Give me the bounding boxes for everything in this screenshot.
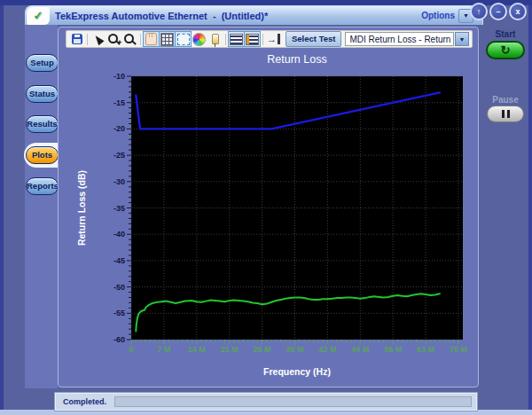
zoom-out-icon: - (124, 34, 134, 43)
svg-text:-25: -25 (113, 151, 125, 160)
grid-icon (160, 33, 174, 46)
minimize-icon: – (496, 8, 500, 16)
svg-text:-10: -10 (113, 72, 125, 81)
window-controls: ↑ – x (470, 3, 527, 20)
list-view-button[interactable] (229, 32, 244, 46)
sidebar-item-status[interactable]: Status (26, 85, 59, 103)
svg-text:7 M: 7 M (157, 345, 170, 354)
svg-text:Return Loss: Return Loss (267, 53, 326, 66)
status-bar: Completed. (55, 393, 477, 411)
pin-button[interactable] (207, 32, 223, 46)
svg-text:Frequency (Hz): Frequency (Hz) (263, 366, 331, 377)
pause-icon (502, 110, 505, 118)
svg-text:14 M: 14 M (188, 345, 206, 354)
run-loop-icon: ↻ (501, 44, 511, 56)
plot-toolbar: + - → Select Test MDI Return Loss - Retu… (66, 30, 473, 48)
progress-bar (114, 396, 472, 407)
svg-text:-40: -40 (113, 230, 125, 239)
detail-view-icon (246, 34, 259, 45)
select-test-button[interactable]: Select Test (286, 31, 341, 47)
options-menu-label[interactable]: Options (421, 11, 455, 20)
window-title: TekExpress Automotive Ethernet - (Untitl… (55, 11, 268, 21)
svg-text:Return Loss (dB): Return Loss (dB) (76, 170, 87, 246)
pointer-tool-button[interactable] (90, 32, 106, 46)
svg-text:42 M: 42 M (318, 345, 336, 354)
svg-text:0: 0 (129, 345, 133, 354)
pause-button[interactable] (487, 106, 524, 122)
title-bar: ✓ TekExpress Automotive Ethernet - (Unti… (25, 5, 483, 25)
sidebar (25, 25, 58, 388)
svg-text:56 M: 56 M (384, 345, 402, 354)
restore-icon: ↑ (477, 8, 481, 16)
list-view-icon (230, 34, 243, 45)
close-icon: x (515, 8, 520, 16)
svg-text:-30: -30 (113, 177, 125, 186)
svg-text:35 M: 35 M (286, 345, 303, 354)
start-label: Start (482, 29, 528, 39)
restore-button[interactable]: ↑ (470, 3, 488, 20)
svg-text:-45: -45 (113, 256, 125, 265)
checkmark-icon: ✓ (34, 10, 43, 21)
plots-panel: 07 M14 M21 M28 M35 M42 M49 M56 M63 M70 M… (58, 27, 479, 388)
pan-hand-icon (145, 33, 157, 45)
toolbar-separator (87, 34, 88, 45)
sidebar-item-reports[interactable]: Reports (26, 177, 59, 195)
color-wheel-icon (192, 33, 206, 46)
detail-view-button[interactable] (245, 32, 260, 46)
sidebar-item-results[interactable]: Results (26, 115, 59, 133)
pause-label: Pause (482, 95, 528, 105)
pan-tool-button[interactable] (144, 32, 159, 46)
minimize-button[interactable]: – (489, 3, 507, 20)
sidebar-item-setup[interactable]: Setup (26, 54, 59, 72)
pointer-icon (92, 33, 104, 45)
start-button[interactable]: ↻ (486, 41, 525, 59)
return-loss-chart[interactable]: 07 M14 M21 M28 M35 M42 M49 M56 M63 M70 M… (59, 27, 478, 387)
save-icon (72, 34, 82, 44)
svg-text:-50: -50 (113, 283, 125, 292)
zoom-in-button[interactable]: + (106, 32, 121, 46)
color-settings-button[interactable] (192, 32, 207, 46)
save-button[interactable] (69, 32, 84, 46)
window-left-border (0, 0, 4, 415)
svg-text:49 M: 49 M (351, 345, 369, 354)
svg-text:63 M: 63 M (417, 345, 434, 354)
select-region-button[interactable] (176, 32, 191, 46)
svg-text:-15: -15 (113, 98, 125, 107)
toolbar-separator (140, 34, 141, 45)
test-select-dropdown[interactable]: MDI Return Loss - Return Loss Vs... (345, 32, 454, 46)
grid-toggle-button[interactable] (160, 32, 175, 46)
pause-icon (507, 110, 510, 118)
toolbar-separator (225, 34, 226, 45)
svg-text:-60: -60 (113, 335, 125, 344)
pin-icon (212, 34, 219, 44)
app-logo: ✓ (27, 7, 50, 25)
zoom-in-icon: + (108, 34, 118, 43)
svg-text:70 M: 70 M (450, 345, 467, 354)
status-text: Completed. (56, 397, 112, 406)
svg-text:28 M: 28 M (254, 345, 271, 354)
test-dropdown-arrow-button[interactable]: ▼ (455, 32, 469, 46)
sidebar-item-plots[interactable]: Plots (26, 146, 59, 164)
svg-text:-55: -55 (113, 309, 125, 317)
chevron-down-icon: ▼ (463, 12, 469, 19)
window-right-border (528, 0, 532, 415)
toolbar-separator (262, 34, 263, 45)
chevron-down-icon: ▼ (459, 36, 466, 43)
svg-text:-35: -35 (113, 204, 125, 213)
export-button[interactable]: → (266, 32, 281, 46)
svg-text:-20: -20 (113, 124, 125, 133)
export-icon: → (267, 34, 280, 44)
zoom-out-button[interactable]: - (122, 32, 137, 46)
close-button[interactable]: x (509, 3, 527, 20)
svg-text:21 M: 21 M (221, 345, 239, 354)
select-region-icon (177, 34, 190, 45)
